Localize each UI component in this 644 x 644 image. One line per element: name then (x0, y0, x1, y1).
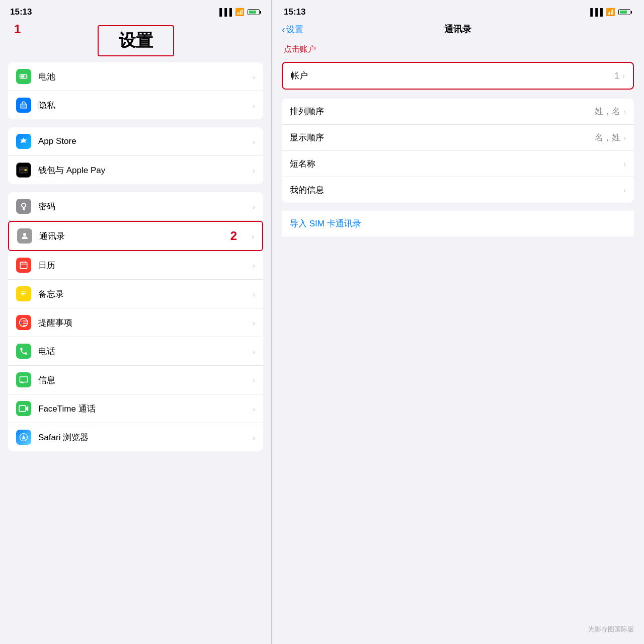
left-panel: 15:13 ▐▐▐ 📶 1 设置 电池 › (0, 0, 272, 644)
display-order-value: 名，姓 (595, 132, 620, 143)
facetime-label: FaceTime 通话 (38, 403, 250, 415)
accounts-label: 帐户 (291, 70, 615, 82)
wallet-chevron: › (253, 166, 255, 175)
contacts-item[interactable]: 通讯录 2 › (8, 221, 263, 251)
short-name-item[interactable]: 短名称 › (282, 151, 634, 177)
svg-point-20 (20, 323, 22, 324)
password-label: 密码 (38, 201, 250, 212)
facetime-chevron: › (253, 405, 255, 413)
right-nav-header: ‹ 设置 通讯录 (272, 21, 644, 41)
accounts-chevron: › (622, 71, 625, 80)
right-wifi-icon: 📶 (606, 8, 615, 17)
wallet-item[interactable]: 钱包与 Apple Pay › (8, 156, 263, 184)
svg-rect-6 (25, 170, 27, 171)
notes-chevron: › (253, 290, 255, 298)
svg-rect-25 (19, 406, 26, 412)
right-status-bar: 15:13 ▐▐▐ 📶 (272, 0, 644, 21)
settings-group-1: 电池 › 隐私 › (8, 62, 263, 119)
signal-icon: ▐▐▐ (217, 8, 232, 16)
safari-item[interactable]: Safari 浏览器 › (8, 423, 263, 451)
notes-item[interactable]: 备忘录 › (8, 280, 263, 308)
short-name-chevron: › (623, 159, 626, 168)
battery-item[interactable]: 电池 › (8, 62, 263, 91)
right-signal-icon: ▐▐▐ (588, 8, 603, 16)
step2-label: 2 (230, 229, 237, 243)
privacy-icon-bg (16, 98, 31, 113)
my-info-item[interactable]: 我的信息 › (282, 177, 634, 203)
privacy-item[interactable]: 隐私 › (8, 91, 263, 119)
safari-chevron: › (253, 433, 255, 442)
sort-order-label: 排列顺序 (290, 106, 595, 117)
calendar-icon-bg (16, 258, 31, 273)
privacy-label: 隐私 (38, 100, 250, 111)
svg-rect-8 (23, 207, 25, 210)
short-name-label: 短名称 (290, 158, 623, 170)
right-panel: 15:13 ▐▐▐ 📶 ‹ 设置 通讯录 点击账户 帐户 1 › (272, 0, 644, 644)
watermark-text: 光影存图国际版 (588, 625, 634, 634)
battery-chevron: › (253, 72, 255, 81)
password-item[interactable]: 密码 › (8, 192, 263, 221)
battery-label: 电池 (38, 71, 250, 83)
password-chevron: › (253, 202, 255, 211)
import-sim-item[interactable]: 导入 SIM 卡通讯录 (282, 211, 634, 236)
import-sim-group: 导入 SIM 卡通讯录 (282, 211, 634, 236)
back-button[interactable]: ‹ 设置 (282, 24, 303, 35)
calendar-item[interactable]: 日历 › (8, 251, 263, 280)
messages-item[interactable]: 信息 › (8, 366, 263, 394)
reminders-chevron: › (253, 318, 255, 327)
left-header: 1 设置 (0, 21, 271, 62)
right-settings-content: 排列顺序 姓，名 › 显示顺序 名，姓 › 短名称 › 我的信息 › (272, 99, 644, 371)
notes-icon-bg (16, 286, 31, 301)
step1-label: 1 (14, 22, 21, 36)
left-status-bar: 15:13 ▐▐▐ 📶 (0, 0, 271, 21)
safari-label: Safari 浏览器 (38, 432, 250, 443)
left-time: 15:13 (10, 7, 32, 17)
settings-list: 电池 › 隐私 › A App Store › (0, 62, 271, 644)
reminders-item[interactable]: 提醒事项 › (8, 308, 263, 337)
contacts-icon-bg (17, 228, 32, 244)
display-order-label: 显示顺序 (290, 132, 595, 143)
messages-label: 信息 (38, 374, 250, 386)
left-status-icons: ▐▐▐ 📶 (217, 8, 261, 17)
appstore-label: App Store (38, 136, 250, 146)
messages-icon-bg (16, 372, 31, 387)
my-info-chevron: › (623, 186, 626, 194)
sort-order-item[interactable]: 排列顺序 姓，名 › (282, 99, 634, 125)
calendar-chevron: › (253, 261, 255, 270)
wifi-icon: 📶 (235, 8, 245, 17)
display-order-item[interactable]: 显示顺序 名，姓 › (282, 125, 634, 151)
svg-rect-16 (21, 293, 26, 294)
privacy-chevron: › (253, 101, 255, 110)
appstore-icon-bg: A (16, 134, 31, 149)
battery-icon (248, 9, 261, 15)
svg-rect-2 (27, 76, 28, 77)
right-time: 15:13 (284, 7, 305, 17)
facetime-icon-bg (16, 401, 31, 416)
contacts-page-title: 通讯录 (444, 23, 471, 35)
safari-icon-bg (16, 430, 31, 445)
back-chevron-icon: ‹ (282, 24, 285, 35)
settings-title: 设置 (98, 25, 174, 56)
accounts-item[interactable]: 帐户 1 › (283, 63, 633, 89)
facetime-item[interactable]: FaceTime 通话 › (8, 394, 263, 423)
wallet-label: 钱包与 Apple Pay (38, 165, 250, 176)
calendar-label: 日历 (38, 260, 250, 271)
battery-icon-bg (16, 69, 31, 84)
contacts-settings-group: 排列顺序 姓，名 › 显示顺序 名，姓 › 短名称 › 我的信息 › (282, 99, 634, 203)
display-order-chevron: › (623, 133, 626, 142)
svg-rect-10 (20, 262, 27, 269)
phone-item[interactable]: 电话 › (8, 337, 263, 366)
appstore-chevron: › (253, 137, 255, 146)
settings-group-2: A App Store › 钱包与 Apple Pay › (8, 127, 263, 184)
reminders-label: 提醒事项 (38, 317, 250, 329)
my-info-label: 我的信息 (290, 184, 623, 196)
phone-icon-bg (16, 344, 31, 359)
contacts-chevron: › (252, 232, 254, 240)
back-label: 设置 (286, 24, 303, 35)
accounts-row-highlighted: 帐户 1 › (282, 62, 634, 90)
notes-label: 备忘录 (38, 288, 250, 300)
svg-point-7 (22, 203, 26, 207)
reminders-icon-bg (16, 315, 31, 330)
sort-order-chevron: › (623, 107, 626, 116)
appstore-item[interactable]: A App Store › (8, 127, 263, 156)
